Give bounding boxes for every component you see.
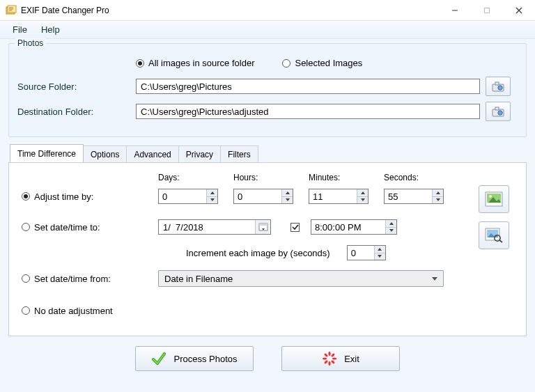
svg-line-17 xyxy=(499,240,502,242)
photo-icon xyxy=(485,191,503,207)
radio-selected-images[interactable]: Selected Images xyxy=(282,58,362,68)
menu-bar: File Help xyxy=(0,21,535,39)
window-title: EXIF Date Changer Pro xyxy=(21,6,109,15)
bottom-bar: Process Photos Exit xyxy=(8,336,527,371)
browse-dest-button[interactable] xyxy=(486,102,511,121)
svg-marker-33 xyxy=(432,277,437,281)
svg-rect-4 xyxy=(495,82,499,85)
svg-point-34 xyxy=(329,352,331,356)
exit-button[interactable]: Exit xyxy=(281,346,400,371)
radio-indicator xyxy=(136,59,144,68)
date-source-combo[interactable]: Date in Filename xyxy=(158,270,444,287)
svg-point-12 xyxy=(489,195,492,198)
seconds-spinner[interactable]: 55 xyxy=(384,189,444,204)
radio-set-datetime[interactable]: Set date/time to: xyxy=(22,222,140,233)
minutes-spinner[interactable]: 11 xyxy=(309,189,369,204)
svg-point-5 xyxy=(498,86,502,90)
tab-advanced[interactable]: Advanced xyxy=(126,146,178,162)
maximize-button[interactable] xyxy=(471,0,503,21)
photos-group: Photos All images in source folder Selec… xyxy=(8,43,527,137)
reference-photo-button[interactable] xyxy=(479,185,509,213)
tab-strip: Time Difference Options Advanced Privacy… xyxy=(10,144,527,162)
source-folder-input[interactable] xyxy=(136,79,480,94)
svg-point-35 xyxy=(329,361,331,366)
svg-marker-24 xyxy=(436,191,440,194)
photos-group-label: Photos xyxy=(15,38,46,48)
svg-marker-31 xyxy=(378,248,382,251)
days-spinner[interactable]: 0 xyxy=(158,189,218,204)
svg-marker-18 xyxy=(210,191,215,194)
svg-point-39 xyxy=(324,360,329,365)
svg-marker-20 xyxy=(286,191,290,194)
svg-point-41 xyxy=(331,360,336,365)
svg-rect-2 xyxy=(485,8,490,13)
svg-point-36 xyxy=(323,357,327,359)
svg-marker-22 xyxy=(361,191,365,194)
dest-folder-input[interactable] xyxy=(136,104,480,119)
svg-marker-21 xyxy=(286,198,290,201)
hours-spinner[interactable]: 0 xyxy=(233,189,293,204)
increment-label: Increment each image by (seconds) xyxy=(186,248,330,258)
process-button[interactable]: Process Photos xyxy=(135,346,254,371)
seconds-header: Seconds: xyxy=(384,173,453,185)
menu-file[interactable]: File xyxy=(13,24,27,35)
source-folder-label: Source Folder: xyxy=(17,81,136,92)
browse-source-button[interactable] xyxy=(486,77,511,96)
app-icon xyxy=(6,5,17,16)
title-bar: EXIF Date Changer Pro xyxy=(0,0,535,21)
radio-adjust-time[interactable]: Adjust time by: xyxy=(22,191,140,202)
svg-point-40 xyxy=(324,353,329,358)
close-button[interactable] xyxy=(503,0,535,21)
increment-spinner[interactable]: 0 xyxy=(347,245,386,260)
radio-indicator xyxy=(282,59,290,68)
preview-button[interactable] xyxy=(479,221,509,249)
tab-filters[interactable]: Filters xyxy=(220,146,258,162)
photo-search-icon xyxy=(485,228,503,243)
minimize-button[interactable] xyxy=(439,0,471,21)
svg-rect-27 xyxy=(259,224,268,226)
tab-privacy[interactable]: Privacy xyxy=(178,146,221,162)
svg-point-37 xyxy=(332,357,336,359)
date-picker[interactable]: 1/ 7/2018 xyxy=(158,219,271,235)
svg-marker-23 xyxy=(361,198,365,201)
tab-options[interactable]: Options xyxy=(83,146,127,162)
radio-all-images[interactable]: All images in source folder xyxy=(136,58,254,68)
time-difference-panel: Days: Hours: Minutes: Seconds: Adjust ti… xyxy=(8,162,527,336)
svg-rect-7 xyxy=(495,107,499,110)
svg-point-8 xyxy=(498,111,502,115)
hours-header: Hours: xyxy=(233,173,303,185)
svg-marker-29 xyxy=(389,222,394,225)
svg-marker-32 xyxy=(378,255,382,258)
camera-folder-icon xyxy=(491,80,505,93)
dest-folder-label: Destination Folder: xyxy=(17,107,136,117)
time-enabled-checkbox[interactable] xyxy=(290,223,300,232)
camera-folder-icon xyxy=(491,105,505,118)
svg-point-38 xyxy=(331,353,336,358)
minutes-header: Minutes: xyxy=(309,173,378,185)
time-spinner[interactable]: 8:00:00 PM xyxy=(311,219,397,235)
days-header: Days: xyxy=(158,173,228,185)
chevron-down-icon xyxy=(432,277,437,281)
exit-burst-icon xyxy=(322,351,337,366)
tab-time-difference[interactable]: Time Difference xyxy=(10,144,84,162)
svg-marker-19 xyxy=(210,198,215,201)
menu-help[interactable]: Help xyxy=(41,24,60,35)
radio-no-adjustment[interactable]: No date adjustment xyxy=(22,306,140,316)
calendar-dropdown-icon[interactable] xyxy=(255,220,270,234)
check-icon xyxy=(151,351,166,366)
svg-marker-25 xyxy=(436,198,440,201)
radio-set-from[interactable]: Set date/time from: xyxy=(22,274,140,284)
svg-marker-30 xyxy=(389,229,394,232)
